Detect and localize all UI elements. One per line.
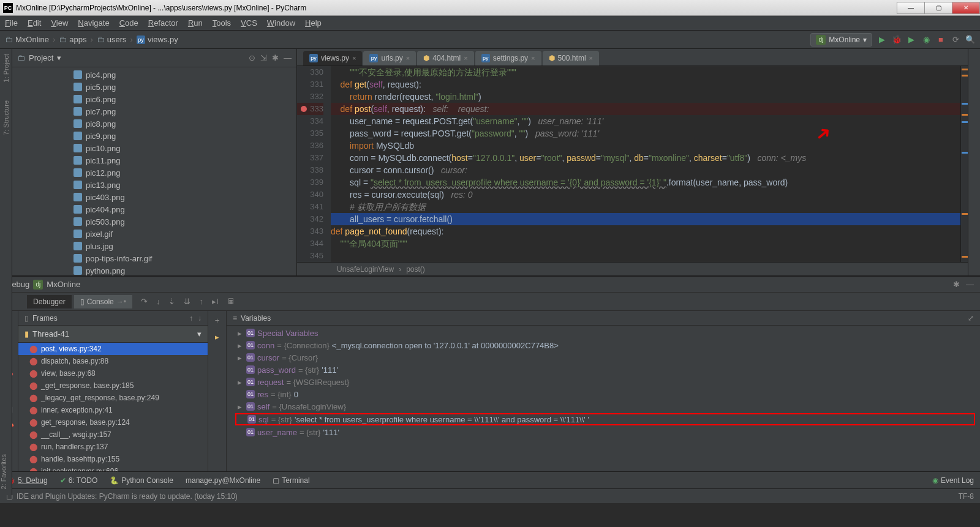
evaluate-icon[interactable]: 🖩 — [227, 297, 235, 306]
tab-404.html[interactable]: ⬢404.html× — [417, 51, 473, 65]
menu-code[interactable]: Code — [119, 18, 138, 28]
collapse-icon[interactable]: ⇲ — [260, 53, 267, 62]
tree-file[interactable]: pic7.png — [12, 105, 296, 118]
rail-project[interactable]: 1: Project — [2, 54, 10, 82]
frames-list[interactable]: ⬤post, views.py:342⬤dispatch, base.py:88… — [18, 343, 208, 471]
force-step-icon[interactable]: ⇊ — [184, 297, 190, 306]
variables-list[interactable]: ▸01 Special Variables▸01 conn = {Connect… — [227, 326, 980, 466]
console-tab[interactable]: ▯Console→• — [74, 295, 132, 308]
frame-item[interactable]: ⬤handle, basehttp.py:155 — [18, 453, 208, 465]
step-out-icon[interactable]: ↑ — [199, 297, 203, 306]
tree-file[interactable]: pic13.png — [12, 179, 296, 191]
frame-item[interactable]: ⬤run, handlers.py:137 — [18, 441, 208, 453]
frame-item[interactable]: ⬤get_response, base.py:124 — [18, 416, 208, 428]
bottombar-eventlog[interactable]: ◉Event Log — [932, 476, 974, 485]
editor-gutter[interactable]: 3303313323333343353363373383393403413423… — [297, 66, 331, 262]
frame-item[interactable]: ⬤__call__, wsgi.py:157 — [18, 428, 208, 441]
close-button[interactable]: ✕ — [952, 2, 980, 14]
bc-method[interactable]: post() — [406, 265, 425, 274]
run-config-selector[interactable]: dj MxOnline ▾ — [810, 33, 872, 47]
breadcrumb-item[interactable]: pyviews.py — [137, 35, 178, 44]
frame-item[interactable]: ⬤_get_response, base.py:185 — [18, 379, 208, 392]
rail-structure[interactable]: 7: Structure — [2, 100, 10, 135]
tree-file[interactable]: pop-tips-info-arr.gif — [12, 252, 296, 264]
tree-file[interactable]: python.png — [12, 264, 296, 275]
variable-item[interactable]: 01 pass_word = {str} '111' — [227, 364, 980, 376]
step-over-icon[interactable]: ↷ — [141, 297, 148, 306]
frame-item[interactable]: ⬤init socketserver py:696 — [18, 465, 208, 471]
frame-item[interactable]: ⬤dispatch, base.py:88 — [18, 355, 208, 367]
tab-urls.py[interactable]: pyurls.py× — [363, 51, 416, 65]
menu-tools[interactable]: Tools — [213, 18, 231, 28]
locate-icon[interactable]: ⊙ — [249, 53, 255, 62]
step-into-my-icon[interactable]: ⇣ — [168, 297, 175, 306]
minimize-button[interactable]: — — [897, 2, 925, 14]
tree-file[interactable]: pic403.png — [12, 191, 296, 203]
bottombar-todo[interactable]: ✔6: TODO — [60, 476, 98, 485]
frame-item[interactable]: ⬤_legacy_get_response, base.py:249 — [18, 392, 208, 404]
thread-selector[interactable]: ▮ Thread-41 ▾ — [18, 326, 208, 343]
frame-item[interactable]: ⬤post, views.py:342 — [18, 343, 208, 355]
step-into-icon[interactable]: ↓ — [156, 297, 160, 306]
menu-vcs[interactable]: VCS — [241, 18, 257, 28]
tree-file[interactable]: pic9.png — [12, 130, 296, 142]
frame-item[interactable]: ⬤view, base.py:68 — [18, 367, 208, 379]
tree-file[interactable]: pic12.png — [12, 166, 296, 179]
project-tree[interactable]: pic4.pngpic5.pngpic6.pngpic7.pngpic8.png… — [12, 67, 296, 275]
rail-favorites[interactable]: 2: Favorites — [0, 454, 12, 489]
bottombar-terminal[interactable]: ▢Terminal — [273, 476, 309, 485]
menu-edit[interactable]: Edit — [28, 18, 41, 28]
frame-item[interactable]: ⬤inner, exception.py:41 — [18, 404, 208, 416]
bc-class[interactable]: UnsafeLoginView — [337, 265, 394, 274]
prev-frame-icon[interactable]: ↑ — [189, 314, 193, 323]
variable-item[interactable]: ▸01 self = {UnsafeLoginView} — [227, 400, 980, 413]
bottombar-manage[interactable]: manage.py@MxOnline — [186, 476, 260, 485]
tree-file[interactable]: pic404.png — [12, 203, 296, 215]
tree-file[interactable]: plus.jpg — [12, 240, 296, 252]
tree-file[interactable]: pic6.png — [12, 93, 296, 105]
debug-button[interactable]: 🐞 — [892, 35, 902, 45]
code-editor[interactable]: """不安全登录,使用最原始的方法进行登录""" def get(self, r… — [331, 66, 960, 262]
tree-file[interactable]: pic4.png — [12, 69, 296, 81]
search-everywhere-button[interactable]: 🔍 — [965, 35, 975, 45]
breadcrumb-item[interactable]: 🗀apps — [59, 35, 86, 44]
variable-item[interactable]: 01 sql = {str} 'select * from users_user… — [235, 413, 975, 425]
hide-icon[interactable]: — — [966, 280, 974, 289]
run-to-cursor-icon[interactable]: ▸I — [212, 297, 219, 306]
tree-file[interactable]: pixel.gif — [12, 228, 296, 240]
tree-file[interactable]: pic8.png — [12, 118, 296, 130]
menu-view[interactable]: View — [51, 18, 68, 28]
update-button[interactable]: ⟳ — [951, 35, 960, 45]
tab-settings.py[interactable]: pysettings.py× — [475, 51, 541, 65]
gear-icon[interactable]: ✱ — [953, 280, 960, 289]
marker-strip[interactable] — [960, 66, 968, 262]
tree-file[interactable]: pic10.png — [12, 142, 296, 154]
chevron-down-icon[interactable]: ▾ — [57, 53, 61, 62]
breadcrumb-item[interactable]: 🗀users — [97, 35, 127, 44]
hide-icon[interactable]: — — [284, 53, 292, 62]
settings-icon[interactable]: ✱ — [272, 53, 279, 62]
maximize-button[interactable]: ▢ — [924, 2, 952, 14]
variable-item[interactable]: ▸01 cursor = {Cursor} — [227, 351, 980, 364]
debugger-tab[interactable]: Debugger — [27, 295, 72, 308]
menu-file[interactable]: File — [5, 18, 18, 28]
tab-views.py[interactable]: pyviews.py× — [303, 51, 362, 65]
next-frame-icon[interactable]: ↓ — [198, 314, 202, 323]
variable-item[interactable]: 01 res = {int} 0 — [227, 388, 980, 400]
profile-button[interactable]: ◉ — [921, 35, 931, 45]
menu-help[interactable]: Help — [305, 18, 322, 28]
tab-500.html[interactable]: ⬢500.html× — [543, 51, 599, 65]
tree-file[interactable]: pic11.png — [12, 154, 296, 166]
tree-file[interactable]: pic503.png — [12, 215, 296, 228]
add-watch-icon[interactable]: + — [215, 316, 220, 325]
menu-refactor[interactable]: Refactor — [148, 18, 178, 28]
stop-button[interactable]: ■ — [936, 35, 946, 45]
run-button[interactable]: ▶ — [877, 35, 887, 45]
variable-item[interactable]: ▸01 Special Variables — [227, 327, 980, 339]
variable-item[interactable]: ▸01 conn = {Connection} <_mysql.connecti… — [227, 339, 980, 351]
variable-item[interactable]: ▸01 request = {WSGIRequest} — [227, 376, 980, 388]
bottombar-debug[interactable]: 🐞5: Debug — [6, 476, 48, 485]
restore-icon[interactable]: ⤢ — [968, 314, 974, 323]
variable-item[interactable]: 01 user_name = {str} '111' — [227, 426, 980, 438]
menu-navigate[interactable]: Navigate — [78, 18, 109, 28]
